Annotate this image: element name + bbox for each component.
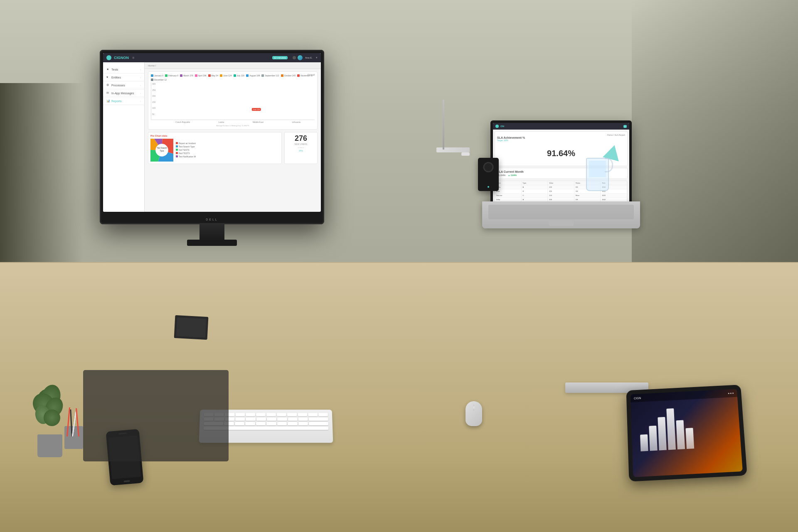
plant-pot bbox=[37, 434, 62, 457]
avatar[interactable] bbox=[298, 55, 303, 60]
sidebar-item-inapp-label: In-App Messages bbox=[111, 92, 134, 95]
header-badge: 12 minutes bbox=[272, 56, 288, 59]
legend-color-aug bbox=[246, 74, 249, 77]
key bbox=[235, 417, 245, 421]
key bbox=[308, 413, 318, 416]
sidebar-item-entities-label: Entities bbox=[111, 76, 121, 79]
sla-change-value: ▲ 2.64% bbox=[508, 174, 517, 177]
key bbox=[288, 417, 297, 421]
key bbox=[246, 413, 255, 416]
x-label-latvia: Latvia bbox=[219, 121, 224, 123]
key bbox=[277, 417, 287, 421]
x-label-middleeast: Middle East bbox=[253, 121, 264, 123]
sla-achievement-title: SLA Achievement % bbox=[497, 136, 625, 139]
cell: Delta bbox=[495, 198, 522, 201]
sidebar-item-tests[interactable]: ★ Tests › bbox=[103, 66, 144, 74]
key bbox=[266, 422, 276, 425]
legend-label-oct: October 140 bbox=[284, 74, 296, 77]
monitor-stand bbox=[200, 224, 224, 241]
chevron-processes: › bbox=[140, 84, 141, 86]
lamp-arm bbox=[436, 147, 470, 152]
chart-tooltip: June 124 bbox=[252, 108, 261, 111]
print-all-button[interactable]: Print all bbox=[308, 74, 315, 76]
cell: Warn bbox=[574, 194, 601, 197]
legend-item-dec: December 12 bbox=[151, 78, 167, 81]
legend-label-apr: April 186 bbox=[198, 74, 207, 77]
pie-legend-item-1: Report an Incident bbox=[176, 142, 196, 145]
user-dropdown-icon[interactable]: ▾ bbox=[316, 56, 318, 59]
legend-color-jul bbox=[234, 74, 236, 77]
legend-label-jul: July 120 bbox=[237, 74, 245, 77]
chevron-reports: › bbox=[140, 100, 141, 102]
ipad-tablet: CIGN ● ● ● bbox=[626, 385, 747, 482]
legend-item-mar: March 276 bbox=[180, 74, 193, 77]
cell: 100 bbox=[548, 185, 574, 189]
ipad-bar-3 bbox=[658, 417, 667, 451]
x-axis-labels: Czech Republic Latvia Middle East Lithua… bbox=[151, 121, 315, 123]
legend-label-may: May 34 bbox=[212, 74, 218, 77]
table-row: Gamma C 150 Warn 2022 bbox=[495, 194, 627, 198]
mouse bbox=[466, 401, 482, 426]
logo-icon bbox=[106, 55, 111, 60]
sidebar-item-entities[interactable]: ♥ Entities › bbox=[103, 74, 144, 81]
laptop-trackpad bbox=[549, 220, 574, 226]
cell: 2022 bbox=[601, 194, 627, 197]
legend-label-mar: March 276 bbox=[183, 74, 193, 77]
legend-color-oct bbox=[281, 74, 283, 77]
breadcrumb: Home / bbox=[145, 62, 321, 69]
processes-icon: ⚙ bbox=[106, 83, 110, 87]
legend-label-sep: September 112 bbox=[265, 74, 279, 77]
pen-holder bbox=[64, 416, 85, 449]
cell: 300 bbox=[548, 198, 574, 201]
ipad-bar-2 bbox=[649, 426, 657, 451]
inapp-icon: ✉ bbox=[106, 91, 110, 95]
svg-text:Type: Type bbox=[160, 150, 164, 152]
legend-label-aug: August 198 bbox=[249, 74, 260, 77]
monitor-screen: CIGNON ≡ 12 minutes Ana E. ▾ ★ Tests bbox=[103, 53, 321, 212]
sidebar-item-reports[interactable]: 📊 Reports › bbox=[103, 97, 144, 105]
legend-item-jul: July 120 bbox=[234, 74, 245, 77]
key bbox=[235, 422, 245, 425]
laptop-app-name: ON bbox=[500, 125, 504, 127]
speaker-cone bbox=[483, 162, 494, 172]
legend-item-jun: June 124 bbox=[220, 74, 232, 77]
y-250: 250 bbox=[152, 89, 155, 91]
sidebar-item-inapp[interactable]: ✉ In-App Messages › bbox=[103, 89, 144, 97]
glass-mug bbox=[582, 150, 615, 191]
stats-total: 37% bbox=[287, 150, 315, 152]
legend-color-sep bbox=[261, 74, 264, 77]
key bbox=[287, 413, 297, 416]
sidebar-item-processes[interactable]: ⚙ Processes › bbox=[103, 81, 144, 89]
pie-content: Test Search Type Report an Incident bbox=[150, 139, 279, 162]
key bbox=[288, 422, 298, 425]
x-label-czech: Czech Republic bbox=[175, 121, 190, 123]
key bbox=[256, 417, 266, 421]
laptop-header: ON ● bbox=[493, 123, 629, 130]
lamp-pole bbox=[443, 100, 444, 150]
user-name: Ana E. bbox=[305, 56, 313, 59]
water-fill bbox=[589, 161, 606, 177]
col-1: Name bbox=[495, 181, 522, 185]
sla-achievement-value: 91.64% bbox=[547, 149, 575, 158]
legend-label-dec: December 12 bbox=[154, 78, 167, 81]
scroll-wheel bbox=[473, 406, 475, 409]
reports-icon: 📊 bbox=[106, 99, 110, 103]
cell: C bbox=[522, 194, 548, 197]
speaker bbox=[478, 158, 499, 191]
cell: A bbox=[522, 198, 548, 201]
pie-label-2: Test Search Type bbox=[179, 145, 195, 148]
ipad-screen: CIGN ● ● ● bbox=[631, 389, 743, 477]
laptop-logo bbox=[495, 125, 499, 128]
menu-icon[interactable]: ≡ bbox=[132, 56, 134, 60]
phone-home bbox=[123, 480, 130, 482]
laptop-base bbox=[482, 201, 640, 228]
key bbox=[245, 422, 255, 425]
notification-icon[interactable] bbox=[293, 56, 296, 59]
col-2: Type bbox=[522, 181, 548, 185]
key bbox=[309, 422, 328, 425]
speaker-light bbox=[488, 186, 489, 188]
sidebar-item-processes-label: Processes bbox=[111, 84, 125, 87]
legend-color-mar bbox=[180, 74, 182, 77]
cell: B bbox=[522, 189, 548, 193]
pie-label-3: find TESTS bbox=[179, 149, 189, 151]
